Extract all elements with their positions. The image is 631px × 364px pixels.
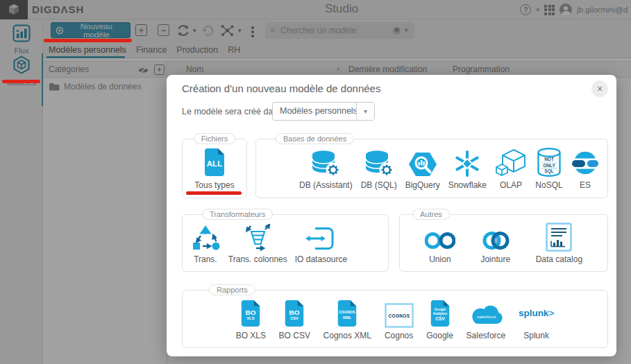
transform-shapes-icon <box>190 220 221 252</box>
svg-text:NOT: NOT <box>544 157 554 162</box>
svg-text:salesforce: salesforce <box>477 314 496 318</box>
annotation-underline-modeles <box>2 80 40 83</box>
datasource-tile-bo-xls[interactable]: BO XLS BO XLS <box>236 296 266 340</box>
tile-label: Salesforce <box>466 331 506 340</box>
svg-text:COGNOS: COGNOS <box>388 313 410 318</box>
datasource-tile-io-datasource[interactable]: IO datasource <box>295 220 347 264</box>
datasource-tile-tous-types[interactable]: ALL Tous types <box>194 146 234 190</box>
section-legend: Bases de données <box>276 133 354 144</box>
join-circles-icon <box>480 220 511 252</box>
svg-text:XLS: XLS <box>247 315 255 320</box>
svg-text:ONLY: ONLY <box>543 162 555 167</box>
tile-label: Tous types <box>194 180 234 190</box>
destination-select[interactable]: Modèles personnels ▾ <box>272 102 375 121</box>
tile-label: Trans. <box>194 254 217 264</box>
datasource-tile-bo-csv[interactable]: BO CSV BO CSV <box>279 296 310 340</box>
svg-text:Analytics: Analytics <box>432 312 447 315</box>
elasticsearch-icon <box>571 146 599 177</box>
section-fichiers: Fichiers ALL Tous types <box>182 133 247 198</box>
tile-label: Splunk <box>523 331 549 340</box>
dialog-title: Création d'un nouveau modèle de données <box>182 83 380 94</box>
datasource-tile-cognos[interactable]: COGNOS Cognos <box>385 296 414 340</box>
section-legend: Rapports <box>209 284 255 295</box>
tile-label: DB (SQL) <box>361 180 397 190</box>
datasource-tile-salesforce[interactable]: salesforce Salesforce <box>466 296 506 340</box>
datasource-tile-nosql[interactable]: NOT ONLY SQL NoSQL <box>535 146 563 190</box>
digdash-studio-window: DIGDΛSH Studio ? ▾ jb.gilormini@dig Flux <box>0 0 631 364</box>
datasource-tile-bigquery[interactable]: BigQuery <box>405 146 440 190</box>
tile-label: Jointure <box>480 254 510 264</box>
tile-label: ES <box>580 180 591 190</box>
datasource-tile-cognos-xml[interactable]: COGNOS XML Cognos XML <box>323 296 371 340</box>
tile-label: OLAP <box>500 180 522 190</box>
section-transformateurs: Transformateurs <box>182 209 389 272</box>
tile-label: BigQuery <box>405 180 440 190</box>
transform-columns-funnel-icon <box>242 220 274 252</box>
destination-label: Le modèle sera créé dans : <box>182 107 287 116</box>
section-legend: Autres <box>412 209 450 220</box>
datasource-tile-db-sql[interactable]: DB (SQL) <box>361 146 397 190</box>
select-caret-icon[interactable]: ▾ <box>356 103 374 120</box>
io-arrows-icon <box>305 220 337 252</box>
destination-value: Modèles personnels <box>273 103 356 120</box>
tile-label: BO CSV <box>279 331 310 340</box>
file-bo-csv-icon: BO CSV <box>283 296 306 328</box>
olap-cubes-icon <box>495 146 527 177</box>
svg-text:CSV: CSV <box>435 316 445 321</box>
nosql-cylinder-icon: NOT ONLY SQL <box>535 146 563 177</box>
svg-text:XML: XML <box>343 314 352 319</box>
section-autres: Autres Union <box>399 209 608 272</box>
datasource-tile-data-catalog[interactable]: Data catalog <box>536 220 582 264</box>
datasource-tile-snowflake[interactable]: Snowflake <box>448 146 487 190</box>
tile-label: Cognos XML <box>323 331 371 340</box>
svg-text:CSV: CSV <box>290 315 298 320</box>
tile-label: Data catalog <box>536 254 582 264</box>
close-icon[interactable]: × <box>591 80 608 97</box>
section-bases-de-donnees: Bases de données <box>255 133 608 198</box>
datasource-tile-jointure[interactable]: Jointure <box>480 220 511 264</box>
salesforce-cloud-icon: salesforce <box>468 296 504 328</box>
svg-text:COGNOS: COGNOS <box>339 310 356 314</box>
tile-label: Trans. colonnes <box>228 254 287 264</box>
union-circles-icon <box>425 220 455 252</box>
annotation-underline-tous-types <box>186 191 242 195</box>
splunk-logo: splunk> <box>519 296 554 328</box>
datasource-tile-union[interactable]: Union <box>425 220 455 264</box>
file-cognos-xml-icon: COGNOS XML <box>335 296 359 328</box>
database-gear-icon <box>310 146 342 177</box>
database-gear-icon <box>363 146 395 177</box>
file-google-analytics-icon: Google Analytics CSV <box>428 296 452 328</box>
svg-text:BO: BO <box>289 308 300 315</box>
tile-label: Union <box>429 254 451 264</box>
datasource-tile-google[interactable]: Google Analytics CSV Google <box>426 296 453 340</box>
datasource-tile-olap[interactable]: OLAP <box>495 146 527 190</box>
datasource-tile-trans[interactable]: Trans. <box>190 220 221 264</box>
svg-text:ALL: ALL <box>207 159 222 168</box>
datasource-tile-es[interactable]: ES <box>571 146 599 190</box>
bigquery-hexagon-icon <box>407 146 438 177</box>
new-datamodel-dialog: Création d'un nouveau modèle de données … <box>167 75 616 356</box>
datasource-tile-db-assistant[interactable]: DB (Assistant) <box>299 146 353 190</box>
tile-label: BO XLS <box>236 331 266 340</box>
datasource-tile-trans-colonnes[interactable]: Trans. colonnes <box>228 220 287 264</box>
tile-label: Cognos <box>385 331 413 340</box>
tile-label: Google <box>426 331 453 340</box>
cognos-box-icon: COGNOS <box>385 296 414 328</box>
section-legend: Fichiers <box>194 133 236 144</box>
snowflake-icon <box>453 146 481 177</box>
file-all-icon: ALL <box>202 146 227 177</box>
tile-label: NoSQL <box>535 180 562 190</box>
tile-label: IO datasource <box>295 254 347 264</box>
annotation-underline-nouveau-modele <box>44 39 132 42</box>
section-legend: Transformateurs <box>202 209 273 220</box>
svg-text:SQL: SQL <box>544 168 553 174</box>
svg-text:BO: BO <box>246 308 256 315</box>
svg-text:Google: Google <box>434 308 446 311</box>
file-bo-xls-icon: BO XLS <box>239 296 262 328</box>
tile-label: Snowflake <box>448 180 487 190</box>
section-rapports: Rapports BO XLS BO XLS <box>182 284 608 348</box>
tile-label: DB (Assistant) <box>299 180 353 190</box>
datasource-tile-splunk[interactable]: splunk> Splunk <box>519 296 554 340</box>
data-catalog-icon <box>546 220 572 252</box>
